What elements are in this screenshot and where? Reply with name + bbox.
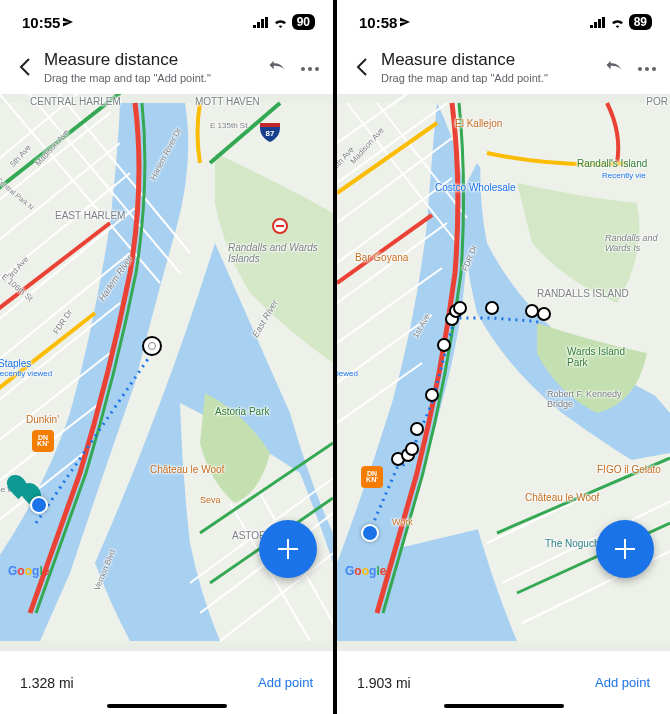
measure-point[interactable] <box>405 442 419 456</box>
svg-text:87: 87 <box>266 129 275 138</box>
back-button[interactable] <box>349 57 375 77</box>
right-screenshot: 10:58 89 Measure distance Drag the map a… <box>337 0 670 714</box>
battery-indicator: 90 <box>292 14 315 30</box>
add-point-fab[interactable] <box>259 520 317 578</box>
page-title: Measure distance <box>44 50 267 70</box>
measure-point[interactable] <box>537 307 551 321</box>
more-button[interactable] <box>638 58 656 76</box>
svg-point-4 <box>301 67 305 71</box>
measure-point[interactable] <box>410 422 424 436</box>
svg-rect-30 <box>602 17 605 28</box>
svg-rect-3 <box>265 17 268 28</box>
current-location <box>361 524 379 542</box>
app-header: Measure distance Drag the map and tap "A… <box>337 44 670 94</box>
page-subtitle: Drag the map and tap "Add point." <box>44 72 267 84</box>
svg-rect-1 <box>257 22 260 28</box>
back-button[interactable] <box>12 57 38 77</box>
svg-rect-0 <box>253 25 256 28</box>
home-indicator[interactable] <box>107 704 227 708</box>
svg-rect-28 <box>594 22 597 28</box>
undo-button[interactable] <box>267 58 287 76</box>
svg-point-6 <box>315 67 319 71</box>
dunkin-pin[interactable]: DN KN' <box>361 466 383 488</box>
status-time: 10:58 <box>359 14 397 31</box>
add-point-link[interactable]: Add point <box>595 675 650 690</box>
google-logo: Google <box>345 564 386 578</box>
add-point-link[interactable]: Add point <box>258 675 313 690</box>
svg-point-32 <box>645 67 649 71</box>
home-indicator[interactable] <box>444 704 564 708</box>
app-header: Measure distance Drag the map and tap "A… <box>0 44 333 94</box>
wifi-icon <box>273 14 288 31</box>
cellular-icon <box>253 14 269 31</box>
page-title: Measure distance <box>381 50 604 70</box>
wifi-icon <box>610 14 625 31</box>
measure-point[interactable] <box>485 301 499 315</box>
google-logo: Google <box>8 564 49 578</box>
location-icon <box>399 14 411 31</box>
svg-point-31 <box>638 67 642 71</box>
no-entry-icon <box>272 218 288 234</box>
measure-point[interactable] <box>425 388 439 402</box>
undo-button[interactable] <box>604 58 624 76</box>
measure-target[interactable] <box>142 336 162 356</box>
svg-point-5 <box>308 67 312 71</box>
status-bar: 10:55 90 <box>0 0 333 44</box>
status-time: 10:55 <box>22 14 60 31</box>
map-canvas[interactable]: 87 CENTRAL HARLEM MOTT HAVEN EAST HARLEM… <box>0 94 333 650</box>
status-bar: 10:58 89 <box>337 0 670 44</box>
page-subtitle: Drag the map and tap "Add point." <box>381 72 604 84</box>
svg-rect-2 <box>261 19 264 28</box>
distance-readout: 1.903 mi <box>357 675 411 691</box>
measure-point[interactable] <box>453 301 467 315</box>
location-icon <box>62 14 74 31</box>
map-canvas[interactable]: POR El Kallejon Costco Wholesale Randall… <box>337 94 670 650</box>
dunkin-pin[interactable]: DN KN' <box>32 430 54 452</box>
add-point-fab[interactable] <box>596 520 654 578</box>
distance-readout: 1.328 mi <box>20 675 74 691</box>
left-screenshot: 10:55 90 Measure distance Drag the map a… <box>0 0 333 714</box>
measure-point[interactable] <box>437 338 451 352</box>
cellular-icon <box>590 14 606 31</box>
svg-rect-29 <box>598 19 601 28</box>
current-location <box>30 496 48 514</box>
battery-indicator: 89 <box>629 14 652 30</box>
svg-point-33 <box>652 67 656 71</box>
svg-rect-27 <box>590 25 593 28</box>
more-button[interactable] <box>301 58 319 76</box>
